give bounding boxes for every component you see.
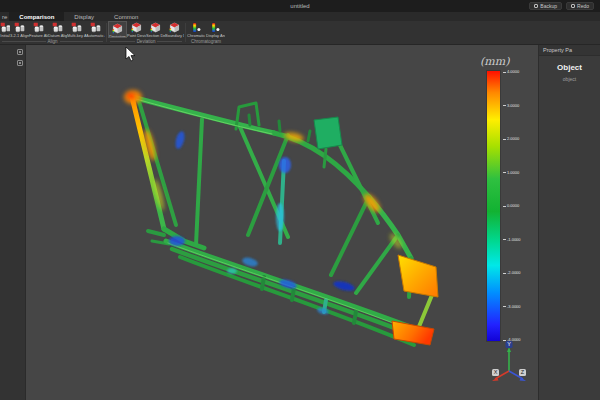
boundary-deviation-button[interactable]: Boundary Deviation — [165, 21, 184, 38]
point-deviation-button[interactable]: Point Deviation — [127, 21, 146, 38]
colorbar-tick: -3.0000 — [503, 305, 521, 309]
model-3d-frame[interactable] — [26, 45, 538, 400]
align-icon — [14, 22, 25, 33]
display-analysis-icon — [210, 22, 221, 33]
left-sidebar — [0, 45, 26, 400]
colorbar-ticks: 4.0000 3.0000 2.0000 1.0000 0.0000 -1.00… — [503, 70, 521, 342]
group-label-align: Align — [0, 38, 105, 44]
window-title: untitled — [290, 3, 309, 9]
titlebar-buttons: Backup Redo — [529, 2, 594, 10]
property-panel: Property Pa Object object — [538, 45, 600, 400]
align-automatic-button[interactable]: Automatic Alignment — [86, 21, 105, 38]
align-multikey-button[interactable]: Multi-key Alignment — [67, 21, 86, 38]
colorbar-tick: -2.0000 — [503, 271, 521, 275]
group-label-deviation: Deviation — [108, 38, 184, 44]
axis-triad[interactable]: Y X Z — [488, 341, 534, 387]
title-bar: untitled Backup Redo — [0, 0, 600, 12]
object-section-title: Object — [539, 63, 600, 72]
align-icon — [90, 22, 101, 33]
ribbon-tabs: re Comparison Display Common — [0, 12, 600, 21]
group-deviation: Deviation Point Deviation Section Deviat… — [108, 21, 184, 44]
redo-button[interactable]: Redo — [566, 2, 594, 10]
panel-toggle-icon[interactable] — [17, 49, 23, 55]
axis-x-label: X — [494, 369, 498, 375]
redo-label: Redo — [577, 3, 589, 9]
colorbar: (mm) 4.0000 3.0000 2.0000 1.0000 0.0000 … — [486, 55, 528, 342]
align-feature-button[interactable]: Feature Alignment — [29, 21, 48, 38]
viewport-3d[interactable]: (mm) 4.0000 3.0000 2.0000 1.0000 0.0000 … — [26, 45, 538, 400]
backup-icon — [534, 4, 538, 8]
model-tree-icon[interactable] — [17, 60, 23, 66]
colorbar-tick: 2.0000 — [503, 137, 521, 141]
tab-display[interactable]: Display — [64, 12, 104, 21]
object-item[interactable]: object — [539, 76, 600, 82]
colorbar-tick: 4.0000 — [503, 70, 521, 74]
property-panel-header: Property Pa — [539, 45, 600, 56]
colorbar-tick: 0.0000 — [503, 204, 521, 208]
ribbon-separator — [185, 23, 186, 42]
align-initial-button[interactable]: Initial — [0, 21, 10, 38]
colorbar-gradient — [486, 70, 501, 342]
display-analysis-button[interactable]: Display Analysis — [206, 21, 225, 38]
backup-label: Backup — [540, 3, 557, 9]
tab-comparison[interactable]: Comparison — [9, 12, 64, 21]
tab-common[interactable]: Common — [104, 12, 148, 21]
tab-clipped[interactable]: re — [0, 12, 9, 21]
align-datum-button[interactable]: Datum Alignment — [48, 21, 67, 38]
section-deviation-icon — [150, 22, 161, 33]
boundary-deviation-icon — [169, 22, 180, 33]
main-area: (mm) 4.0000 3.0000 2.0000 1.0000 0.0000 … — [0, 45, 600, 400]
group-label-chromatogram: Chromatogram — [187, 38, 225, 44]
ribbon-toolbar: Initial 3-2-1 Alignment Feature Alignmen… — [0, 21, 600, 45]
ribbon-separator — [106, 23, 107, 42]
group-chromatogram: Chromatic Setting Display Analysis Chrom… — [187, 21, 225, 44]
point-deviation-icon — [131, 22, 142, 33]
section-deviation-button[interactable]: Section Deviation — [146, 21, 165, 38]
colorbar-tick: 3.0000 — [503, 104, 521, 108]
deviation-button[interactable]: Deviation — [108, 21, 127, 38]
colorbar-unit: (mm) — [480, 55, 528, 68]
redo-icon — [571, 4, 575, 8]
align-icon — [33, 22, 44, 33]
align-icon — [0, 22, 10, 33]
align-icon — [71, 22, 82, 33]
group-align: Initial 3-2-1 Alignment Feature Alignmen… — [0, 21, 105, 44]
colorbar-tick: 1.0000 — [503, 171, 521, 175]
align-icon — [52, 22, 63, 33]
chromatic-setting-button[interactable]: Chromatic Setting — [187, 21, 206, 38]
backup-button[interactable]: Backup — [529, 2, 562, 10]
axis-y-label: Y — [507, 341, 511, 347]
colorbar-tick: -1.0000 — [503, 238, 521, 242]
deviation-icon — [112, 23, 123, 34]
align-321-button[interactable]: 3-2-1 Alignment — [10, 21, 29, 38]
chromatic-setting-icon — [191, 22, 202, 33]
